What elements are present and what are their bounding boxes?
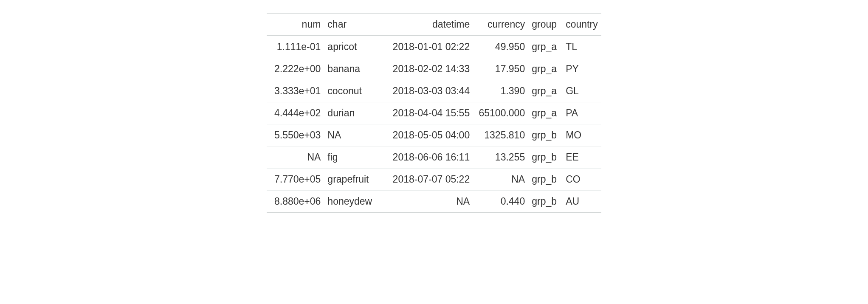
cell-num: 1.111e-01 — [267, 36, 324, 58]
table-row: 4.444e+02 durian 2018-04-04 15:55 65100.… — [267, 102, 601, 124]
cell-country: EE — [562, 146, 601, 169]
cell-country: MO — [562, 124, 601, 146]
cell-char: coconut — [324, 80, 375, 102]
cell-datetime: 2018-07-07 05:22 — [375, 169, 473, 191]
cell-char: fig — [324, 146, 375, 169]
col-header-currency: currency — [473, 13, 528, 36]
cell-datetime: 2018-01-01 02:22 — [375, 36, 473, 58]
cell-group: grp_b — [528, 124, 562, 146]
cell-datetime: NA — [375, 191, 473, 213]
col-header-char: char — [324, 13, 375, 36]
cell-currency: 49.950 — [473, 36, 528, 58]
table-row: 5.550e+03 NA 2018-05-05 04:00 1325.810 g… — [267, 124, 601, 146]
cell-group: grp_b — [528, 191, 562, 213]
data-table-container: num char datetime currency group country… — [267, 13, 601, 213]
cell-currency: 0.440 — [473, 191, 528, 213]
cell-num: 5.550e+03 — [267, 124, 324, 146]
cell-group: grp_b — [528, 146, 562, 169]
cell-datetime: 2018-05-05 04:00 — [375, 124, 473, 146]
cell-currency: NA — [473, 169, 528, 191]
cell-country: AU — [562, 191, 601, 213]
cell-num: 2.222e+00 — [267, 58, 324, 80]
table-row: 1.111e-01 apricot 2018-01-01 02:22 49.95… — [267, 36, 601, 58]
col-header-num: num — [267, 13, 324, 36]
cell-group: grp_b — [528, 169, 562, 191]
cell-datetime: 2018-06-06 16:11 — [375, 146, 473, 169]
cell-group: grp_a — [528, 36, 562, 58]
cell-currency: 1325.810 — [473, 124, 528, 146]
cell-group: grp_a — [528, 80, 562, 102]
table-header-row: num char datetime currency group country — [267, 13, 601, 36]
table-row: 8.880e+06 honeydew NA 0.440 grp_b AU — [267, 191, 601, 213]
cell-country: PY — [562, 58, 601, 80]
cell-group: grp_a — [528, 102, 562, 124]
cell-currency: 65100.000 — [473, 102, 528, 124]
cell-datetime: 2018-04-04 15:55 — [375, 102, 473, 124]
table-row: NA fig 2018-06-06 16:11 13.255 grp_b EE — [267, 146, 601, 169]
cell-country: CO — [562, 169, 601, 191]
cell-num: NA — [267, 146, 324, 169]
cell-char: apricot — [324, 36, 375, 58]
cell-country: TL — [562, 36, 601, 58]
cell-num: 3.333e+01 — [267, 80, 324, 102]
cell-datetime: 2018-03-03 03:44 — [375, 80, 473, 102]
cell-currency: 1.390 — [473, 80, 528, 102]
table-row: 2.222e+00 banana 2018-02-02 14:33 17.950… — [267, 58, 601, 80]
col-header-datetime: datetime — [375, 13, 473, 36]
cell-char: durian — [324, 102, 375, 124]
cell-char: grapefruit — [324, 169, 375, 191]
data-table: num char datetime currency group country… — [267, 13, 601, 213]
cell-datetime: 2018-02-02 14:33 — [375, 58, 473, 80]
cell-country: GL — [562, 80, 601, 102]
cell-char: banana — [324, 58, 375, 80]
col-header-country: country — [562, 13, 601, 36]
cell-currency: 13.255 — [473, 146, 528, 169]
cell-num: 8.880e+06 — [267, 191, 324, 213]
col-header-group: group — [528, 13, 562, 36]
cell-char: honeydew — [324, 191, 375, 213]
cell-num: 7.770e+05 — [267, 169, 324, 191]
table-row: 3.333e+01 coconut 2018-03-03 03:44 1.390… — [267, 80, 601, 102]
cell-currency: 17.950 — [473, 58, 528, 80]
table-body: 1.111e-01 apricot 2018-01-01 02:22 49.95… — [267, 36, 601, 213]
cell-num: 4.444e+02 — [267, 102, 324, 124]
table-row: 7.770e+05 grapefruit 2018-07-07 05:22 NA… — [267, 169, 601, 191]
cell-char: NA — [324, 124, 375, 146]
cell-country: PA — [562, 102, 601, 124]
cell-group: grp_a — [528, 58, 562, 80]
